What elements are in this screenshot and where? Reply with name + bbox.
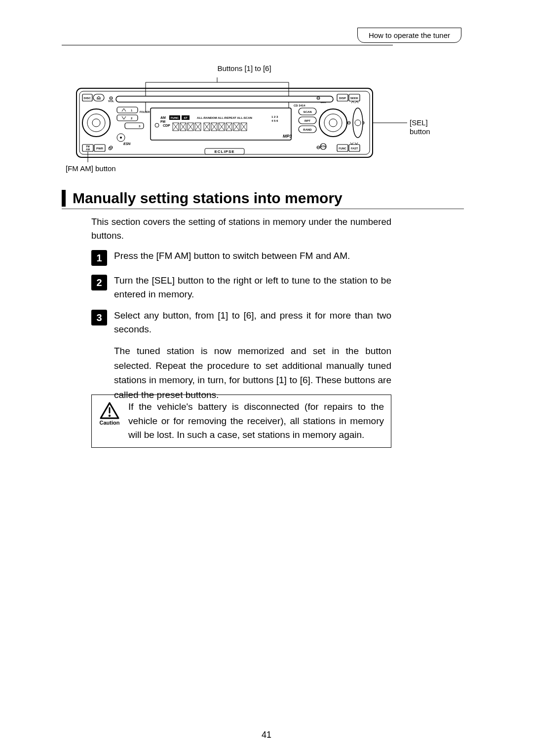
svg-text:CDP: CDP: [163, 124, 170, 127]
svg-rect-35: [117, 107, 138, 113]
step-3-text: Select any button, from [1] to [6], and …: [114, 309, 391, 336]
svg-text:4 5 6: 4 5 6: [271, 119, 278, 122]
page-number: 41: [0, 730, 533, 740]
step-2: 2 Turn the [SEL] button to the right or …: [91, 274, 391, 301]
svg-text:FUNC: FUNC: [339, 147, 346, 150]
svg-point-8: [92, 119, 100, 127]
section-heading: Manually setting stations into memory: [62, 190, 464, 209]
svg-text:CD 3414: CD 3414: [294, 104, 305, 107]
svg-rect-14: [93, 94, 104, 101]
svg-text:FUNC: FUNC: [171, 116, 179, 119]
header-tab-label: How to operate the tuner: [369, 31, 450, 39]
diagram-top-caption: Buttons [1] to [6]: [62, 64, 407, 72]
svg-text:1 2 3: 1 2 3: [271, 115, 278, 118]
svg-text:AM: AM: [160, 116, 166, 119]
header-rule: [62, 45, 393, 45]
svg-text:ALL-RANDOM ALL-REPEAT ALL-SCAN: ALL-RANDOM ALL-REPEAT ALL-SCAN: [197, 116, 252, 119]
svg-text:MP3: MP3: [283, 134, 292, 139]
step-number-badge: 1: [91, 250, 107, 266]
step-2-text: Turn the [SEL] button to the right or le…: [114, 274, 391, 301]
svg-rect-34: [116, 96, 333, 102]
sel-line1: [SEL]: [410, 118, 428, 127]
svg-rect-37: [117, 115, 138, 121]
manual-page: How to operate the tuner Buttons [1] to …: [0, 0, 533, 49]
svg-text:AM: AM: [86, 148, 90, 151]
step-3-body: The tuned station is now memorized and s…: [114, 344, 391, 402]
device-diagram: Buttons [1] to [6] DISC: [62, 64, 407, 173]
svg-text:SCAN: SCAN: [303, 110, 311, 113]
svg-text:FM: FM: [160, 120, 165, 123]
svg-point-11: [329, 119, 337, 127]
step-1: 1 Press the [FM AM] button to switch bet…: [91, 249, 391, 266]
sel-line2: button: [410, 127, 430, 136]
svg-text:PWR: PWR: [96, 147, 104, 150]
title-bar-icon: [62, 190, 66, 207]
svg-text:SEEK: SEEK: [350, 97, 359, 100]
svg-text:ECLIPSE: ECLIPSE: [214, 149, 234, 154]
diagram-sel-caption: [SEL] button: [410, 118, 430, 136]
svg-text:VOL: VOL: [108, 100, 114, 103]
svg-point-93: [120, 137, 122, 139]
warning-triangle-icon: [100, 402, 119, 420]
caution-icon: Caution: [96, 402, 123, 442]
svg-point-110: [355, 120, 361, 126]
caution-box: Caution If the vehicle's battery is disc…: [91, 395, 391, 448]
section-intro: This section covers the setting of stati…: [91, 215, 391, 243]
svg-text:DISC: DISC: [84, 97, 91, 100]
car-stereo-svg: DISC VOL DISP SEEK SEL FM AM PWR FUNC FA…: [62, 73, 407, 162]
header-tab: How to operate the tuner: [357, 28, 461, 43]
svg-rect-42: [151, 108, 291, 140]
caution-text: If the vehicle's battery is disconnected…: [123, 400, 384, 442]
svg-text:RAND: RAND: [303, 128, 312, 131]
diagram-fm-am-caption: [FM AM] button: [66, 164, 407, 173]
step-number-badge: 3: [91, 310, 107, 325]
steps-list: 1 Press the [FM AM] button to switch bet…: [91, 249, 391, 402]
caution-label: Caution: [100, 420, 120, 426]
svg-text:FOLDER: FOLDER: [140, 110, 150, 113]
svg-text:ST: ST: [184, 116, 188, 119]
step-number-badge: 2: [91, 275, 107, 290]
step-3: 3 Select any button, from [1] to [6], an…: [91, 309, 391, 336]
svg-text:RTN: RTN: [321, 145, 326, 148]
step-1-text: Press the [FM AM] button to switch betwe…: [114, 249, 391, 266]
section-title: Manually setting stations into memory: [73, 190, 343, 207]
svg-text:DISP: DISP: [339, 97, 346, 100]
svg-text:ESN: ESN: [123, 142, 131, 145]
svg-rect-39: [125, 123, 144, 129]
svg-text:RPT: RPT: [305, 119, 310, 122]
svg-point-114: [109, 415, 111, 417]
svg-text:FAST: FAST: [351, 147, 358, 150]
